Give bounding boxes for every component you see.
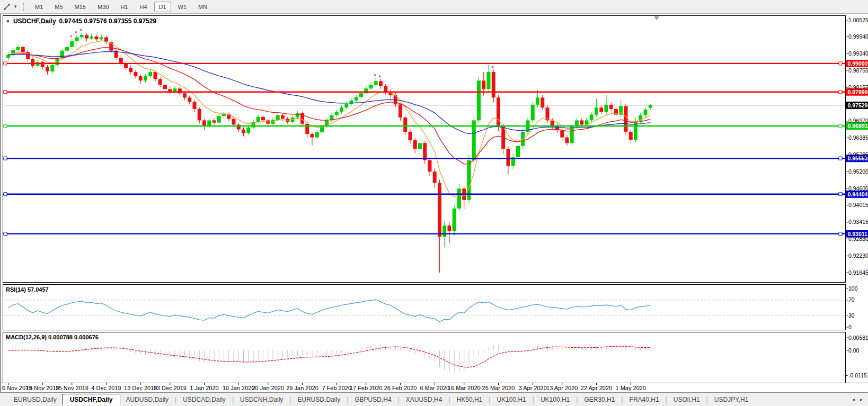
timeframe-buttons: M1M5M15M30H1H4D1W1MN: [29, 2, 213, 12]
tab-separator: |: [398, 396, 400, 403]
svg-text:0.95200: 0.95200: [848, 168, 868, 175]
timeframe-button-D1[interactable]: D1: [154, 2, 171, 12]
cursor-tool-dropdown-icon[interactable]: ▼: [12, 4, 19, 9]
svg-text:0.98755: 0.98755: [848, 67, 868, 74]
tab-separator: |: [489, 396, 490, 403]
timeframe-button-M5[interactable]: M5: [50, 2, 67, 12]
tab-scroll-left-icon[interactable]: ◂: [852, 396, 855, 402]
svg-text:0.94015: 0.94015: [848, 202, 868, 208]
svg-text:0.98155: 0.98155: [848, 84, 868, 91]
timeframe-button-MN[interactable]: MN: [193, 2, 212, 12]
svg-text:0.005818: 0.005818: [848, 335, 868, 341]
toolbar-grip[interactable]: [23, 3, 25, 11]
chart-tab-bar: EURUSD,DailyUSDCHF,DailyAUDUSD,Daily|USD…: [0, 392, 868, 406]
date-label: 1 May 2020: [616, 385, 646, 391]
tab-nav: ◂ ▸: [852, 396, 863, 402]
svg-text:0: 0: [848, 324, 852, 330]
date-label: 22 Apr 2020: [581, 385, 612, 391]
chart-symbol-label: USDCHF,Daily: [13, 17, 56, 25]
tab-separator: |: [347, 396, 348, 403]
chart-tab-uk100-h1[interactable]: UK100,H1: [535, 394, 575, 405]
line-handle[interactable]: [839, 157, 842, 160]
svg-text:0.99000: 0.99000: [848, 60, 868, 67]
chart-tab-gbpusd-h4[interactable]: GBPUSD,H4: [349, 394, 396, 405]
date-label: 25 Nov 2019: [56, 385, 88, 391]
chart-ohlc-values: 0.97445 0.97576 0.97355 0.97529: [59, 17, 157, 25]
time-axis[interactable]: 6 Nov 201915 Nov 201925 Nov 20194 Dec 20…: [1, 383, 868, 392]
tab-separator: |: [666, 396, 667, 403]
chart-tab-xauusd-h4[interactable]: XAUUSD,H4: [401, 394, 448, 405]
macd-panel[interactable]: [3, 332, 846, 383]
chart-workspace[interactable]: ******0.990000.979990.968030.956630.9440…: [0, 14, 868, 392]
date-label: 23 Dec 2019: [154, 385, 187, 391]
date-label: 25 Mar 2020: [482, 385, 515, 391]
chart-tab-uk100-h1[interactable]: UK100,H1: [491, 394, 531, 405]
tab-scroll-right-icon[interactable]: ▸: [860, 396, 863, 402]
date-label: 17 Feb 2020: [350, 385, 383, 391]
line-handle[interactable]: [4, 193, 7, 196]
svg-text:100: 100: [848, 285, 858, 292]
chart-tab-usdchf-daily[interactable]: USDCHF,Daily: [62, 394, 121, 405]
date-label: 15 Nov 2019: [26, 385, 59, 391]
timeframe-button-H4[interactable]: H4: [135, 2, 152, 12]
timeframe-button-M30[interactable]: M30: [93, 2, 113, 12]
rsi-panel[interactable]: [3, 285, 846, 330]
svg-text:0.94600: 0.94600: [848, 185, 868, 192]
peak-mark: *: [79, 28, 82, 35]
chevron-down-icon: ▼: [6, 19, 10, 24]
date-label: 20 Jan 2020: [252, 385, 284, 391]
chart-tab-usdjpy-h1[interactable]: USDJPY,H1: [709, 394, 754, 405]
line-handle[interactable]: [4, 62, 7, 65]
chart-tab-usdcad-daily[interactable]: USDCAD,Daily: [178, 394, 231, 405]
line-handle[interactable]: [4, 157, 7, 160]
svg-text:0.95785: 0.95785: [848, 151, 868, 158]
line-handle[interactable]: [4, 124, 7, 128]
timeframe-button-M1[interactable]: M1: [30, 2, 48, 12]
chart-tab-hk50-h1[interactable]: HK50,H1: [451, 394, 488, 405]
date-label: 4 Dec 2019: [91, 385, 121, 391]
svg-text:0.91645: 0.91645: [848, 269, 868, 276]
svg-text:30: 30: [848, 312, 855, 319]
chart-tab-audusd-daily[interactable]: AUDUSD,Daily: [120, 394, 174, 405]
svg-text:0.99340: 0.99340: [848, 50, 868, 57]
tab-separator: |: [289, 396, 291, 403]
line-handle[interactable]: [4, 91, 7, 94]
price-axis[interactable]: 1.005250.999400.993400.987550.981550.969…: [846, 17, 868, 276]
chart-tab-fra40-h1[interactable]: FRA40,H1: [624, 394, 665, 405]
date-label: 6 Mar 2020: [420, 385, 449, 391]
line-handle[interactable]: [839, 193, 842, 196]
crosshair-cursor-icon[interactable]: [2, 2, 12, 12]
chart-tab-usdcnh-daily[interactable]: USDCNH,Daily: [235, 394, 288, 405]
line-handle[interactable]: [839, 124, 842, 128]
chart-tab-eurusd-daily[interactable]: EURUSD,Daily: [8, 394, 62, 405]
tab-separator: |: [533, 396, 534, 403]
chart-tab-eurusd-daily[interactable]: EURUSD,Daily: [292, 394, 346, 405]
timeframe-button-H1[interactable]: H1: [116, 2, 132, 12]
svg-text:0.92230: 0.92230: [848, 252, 868, 259]
tab-separator: |: [706, 396, 708, 403]
timeframe-button-M15[interactable]: M15: [70, 2, 91, 12]
timeframe-button-W1[interactable]: W1: [173, 2, 192, 12]
line-handle[interactable]: [4, 232, 7, 236]
chart-canvas[interactable]: ******0.990000.979990.968030.956630.9440…: [1, 14, 868, 392]
chart-title[interactable]: ▼ USDCHF,Daily 0.97445 0.97576 0.97355 0…: [6, 17, 156, 25]
rsi-axis[interactable]: 10070300: [846, 285, 858, 330]
svg-text:0.96970: 0.96970: [848, 118, 868, 124]
tab-separator: |: [621, 396, 623, 403]
tab-separator: |: [448, 396, 450, 403]
peak-mark: *: [75, 30, 77, 37]
date-label: 1 Jan 2020: [190, 385, 218, 391]
chart-tabs: EURUSD,DailyUSDCHF,DailyAUDUSD,Daily|USD…: [8, 394, 754, 405]
tab-separator: |: [576, 396, 578, 403]
line-handle[interactable]: [839, 232, 842, 236]
tab-separator: |: [175, 396, 176, 403]
chart-tab-ger30-h1[interactable]: GER30,H1: [579, 394, 620, 405]
tab-separator: |: [232, 396, 234, 403]
line-handle[interactable]: [839, 91, 842, 94]
macd-axis[interactable]: 0.0058180.00-0.011514: [846, 335, 868, 378]
rsi-indicator-label: RSI(14) 57.0457: [6, 286, 49, 293]
chart-tab-usoil-h1[interactable]: USOil,H1: [668, 394, 705, 405]
peak-mark: *: [374, 73, 376, 80]
top-toolbar: ▼ M1M5M15M30H1H4D1W1MN: [0, 0, 868, 14]
line-handle[interactable]: [839, 62, 842, 65]
